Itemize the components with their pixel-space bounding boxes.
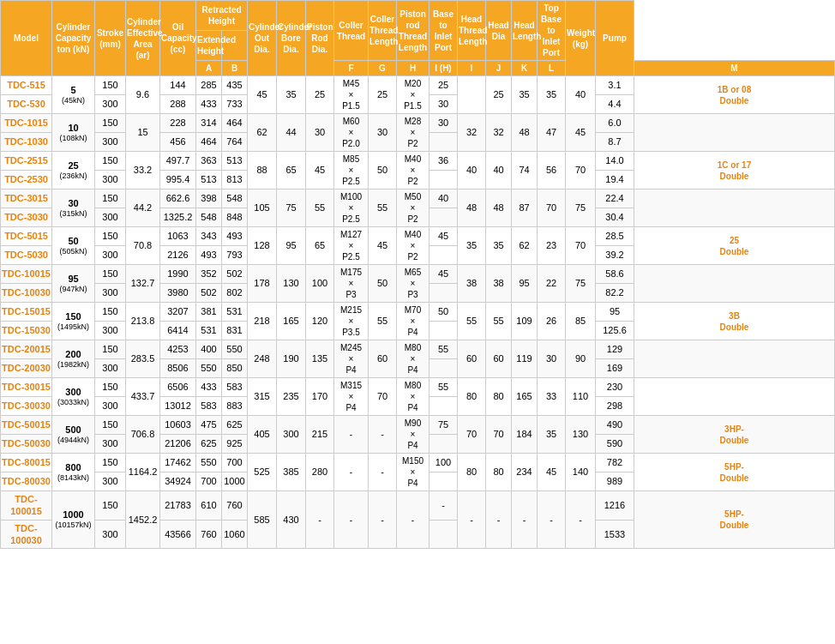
- J-cell: 40: [486, 152, 512, 190]
- oil-cell: 456: [160, 133, 196, 152]
- weight-cell: 1533: [596, 520, 634, 549]
- H-cell: M150 × P4: [397, 454, 430, 491]
- A-cell: 398: [196, 190, 222, 208]
- model-cell: TDC-3015: [1, 190, 52, 208]
- pump-cell: [634, 190, 835, 227]
- model-cell: TDC-100030: [1, 520, 52, 549]
- col-top-base-inlet: Top Base to Inlet Port: [538, 1, 566, 61]
- oil-cell: 21206: [160, 435, 196, 454]
- M-cell: 130: [566, 416, 596, 454]
- pump-cell: 5HP- Double: [634, 454, 835, 491]
- col-height: Retracted Height: [196, 1, 248, 31]
- pump-cell: [634, 114, 835, 152]
- G-cell: -: [369, 416, 397, 454]
- A-cell: 343: [196, 227, 222, 246]
- A-cell: 352: [196, 265, 222, 284]
- pump-cell: 1C or 17 Double: [634, 152, 835, 190]
- A-cell: 550: [196, 359, 222, 378]
- Hi2-cell: [430, 520, 458, 549]
- weight-cell: 1216: [596, 491, 634, 521]
- model-cell: TDC-2515: [1, 152, 52, 171]
- model-cell: TDC-20030: [1, 359, 52, 378]
- K-cell: -: [512, 491, 538, 549]
- K-cell: 62: [512, 227, 538, 265]
- Hi-cell: 55: [430, 340, 458, 359]
- capacity-cell: 1000(10157kN): [52, 491, 95, 549]
- col-bore: Cylinder Bore Dia.: [277, 1, 306, 76]
- L-cell: 22: [538, 265, 566, 303]
- B-cell: 464: [222, 114, 248, 133]
- oil-cell: 10603: [160, 416, 196, 435]
- model-cell: TDC-3030: [1, 208, 52, 227]
- weight-cell: 58.6: [596, 265, 634, 284]
- model-cell: TDC-1030: [1, 133, 52, 152]
- F-cell: M215 × P3.5: [334, 303, 369, 340]
- G-cell: 55: [369, 190, 397, 227]
- A-cell: 548: [196, 208, 222, 227]
- K-cell: 234: [512, 454, 538, 491]
- Hi-cell: 40: [430, 190, 458, 208]
- stroke-cell: 150: [95, 114, 126, 133]
- oil-cell: 17462: [160, 454, 196, 472]
- col-model: Model: [1, 1, 52, 76]
- col-base-inlet: Base to Inlet Port: [430, 1, 458, 61]
- Hi-cell: 100: [430, 454, 458, 472]
- stroke-cell: 300: [95, 208, 126, 227]
- L-cell: 56: [538, 152, 566, 190]
- Hi2-cell: [430, 208, 458, 227]
- col-head-thread: Head Thread Length: [458, 1, 486, 61]
- J-cell: 80: [486, 454, 512, 491]
- E-cell: 215: [306, 416, 334, 454]
- I-cell: [458, 76, 486, 114]
- weight-cell: 82.2: [596, 284, 634, 303]
- capacity-cell: 500(4944kN): [52, 416, 95, 454]
- oil-cell: 995.4: [160, 171, 196, 190]
- D-cell: 385: [277, 454, 306, 491]
- M-cell: 140: [566, 454, 596, 491]
- stroke-cell: 300: [95, 397, 126, 416]
- oil-cell: 144: [160, 76, 196, 95]
- F-cell: M175 × P3: [334, 265, 369, 303]
- I-cell: 80: [458, 378, 486, 416]
- Hi-cell: 36: [430, 152, 458, 171]
- C-cell: 585: [248, 491, 277, 549]
- area-cell: 15: [126, 114, 160, 152]
- M-cell: 45: [566, 114, 596, 152]
- model-cell: TDC-50030: [1, 435, 52, 454]
- capacity-cell: 800(8143kN): [52, 454, 95, 491]
- pump-cell: 25 Double: [634, 227, 835, 265]
- area-cell: 213.8: [126, 303, 160, 340]
- B-cell: 733: [222, 95, 248, 114]
- E-cell: 100: [306, 265, 334, 303]
- A-cell: 760: [196, 520, 222, 549]
- Hi-cell: 30: [430, 114, 458, 133]
- A-cell: 381: [196, 303, 222, 322]
- K-cell: 74: [512, 152, 538, 190]
- oil-cell: 288: [160, 95, 196, 114]
- area-cell: 433.7: [126, 378, 160, 416]
- A-cell: 433: [196, 95, 222, 114]
- E-cell: -: [306, 491, 334, 549]
- C-cell: 105: [248, 190, 277, 227]
- Hi2-cell: [430, 472, 458, 491]
- F-cell: -: [334, 416, 369, 454]
- M-cell: -: [566, 491, 596, 549]
- B-cell: 435: [222, 76, 248, 95]
- E-cell: 55: [306, 190, 334, 227]
- model-cell: TDC-80015: [1, 454, 52, 472]
- E-cell: 135: [306, 340, 334, 378]
- oil-cell: 13012: [160, 397, 196, 416]
- J-cell: -: [486, 491, 512, 549]
- K-cell: 119: [512, 340, 538, 378]
- G-cell: 55: [369, 303, 397, 340]
- I-cell: 55: [458, 303, 486, 340]
- G-cell: 45: [369, 227, 397, 265]
- K-cell: 184: [512, 416, 538, 454]
- B-cell: 502: [222, 265, 248, 284]
- B-cell: 700: [222, 454, 248, 472]
- H-cell: -: [397, 491, 430, 549]
- col-cyl-out: Cylinder Out Dia.: [248, 1, 277, 76]
- weight-cell: 22.4: [596, 190, 634, 208]
- B-cell: 925: [222, 435, 248, 454]
- A-cell: 464: [196, 133, 222, 152]
